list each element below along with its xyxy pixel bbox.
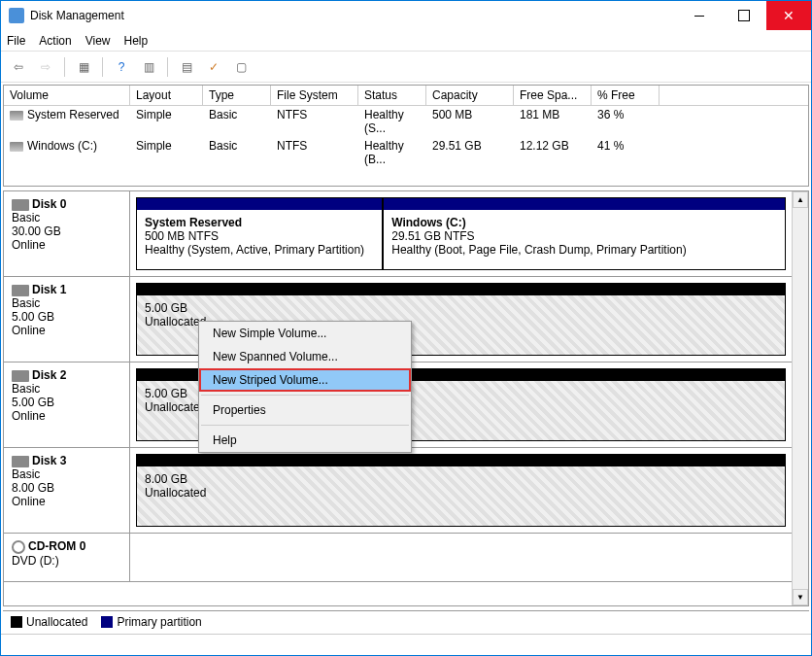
volume-icon <box>10 111 23 121</box>
disk-info[interactable]: Disk 0 Basic 30.00 GB Online <box>4 191 130 276</box>
menu-separator <box>201 395 409 396</box>
disk-row: CD-ROM 0 DVD (D:) <box>4 534 792 582</box>
menu-help[interactable]: Help <box>124 34 149 48</box>
disk-icon <box>12 285 29 296</box>
graphical-view: Disk 0 Basic 30.00 GB Online System Rese… <box>3 190 809 606</box>
toolbar-view-icon[interactable]: ▦ <box>72 56 95 78</box>
cdrom-icon <box>12 540 25 554</box>
menu-properties[interactable]: Properties <box>199 398 411 422</box>
col-filesystem[interactable]: File System <box>271 86 358 105</box>
disk-management-window: Disk Management File Action View Help ⇦ … <box>0 0 812 656</box>
toolbar: ⇦ ⇨ ▦ ? ▥ ▤ ✓ ▢ <box>1 52 811 83</box>
col-freespace[interactable]: Free Spa... <box>514 86 592 105</box>
menu-action[interactable]: Action <box>39 34 71 48</box>
partition[interactable]: System Reserved 500 MB NTFS Healthy (Sys… <box>136 197 383 270</box>
scrollbar[interactable]: ▲ ▼ <box>792 191 808 605</box>
forward-button[interactable]: ⇨ <box>34 56 57 78</box>
disk-icon <box>12 370 29 382</box>
col-type[interactable]: Type <box>203 86 271 105</box>
partition-bar <box>384 198 785 210</box>
disk-row: Disk 3 Basic 8.00 GB Online 8.00 GB Unal… <box>4 448 792 534</box>
disk-info[interactable]: CD-ROM 0 DVD (D:) <box>4 534 130 581</box>
menubar: File Action View Help <box>1 30 811 52</box>
col-layout[interactable]: Layout <box>130 86 203 105</box>
partition-bar <box>137 198 382 210</box>
col-status[interactable]: Status <box>358 86 426 105</box>
scroll-up-icon[interactable]: ▲ <box>793 191 808 208</box>
toolbar-icon[interactable]: ▥ <box>137 56 160 78</box>
partition-unallocated[interactable]: 8.00 GB Unallocated <box>136 454 786 527</box>
toolbar-icon[interactable]: ▤ <box>175 56 198 78</box>
partition-bar <box>137 284 785 295</box>
menu-help[interactable]: Help <box>199 429 411 452</box>
menu-separator <box>201 425 409 426</box>
partition[interactable]: Windows (C:) 29.51 GB NTFS Healthy (Boot… <box>383 197 786 270</box>
legend-swatch-primary <box>101 616 113 628</box>
list-header: Volume Layout Type File System Status Ca… <box>4 86 808 106</box>
volume-list[interactable]: Volume Layout Type File System Status Ca… <box>3 85 809 187</box>
minimize-button[interactable] <box>677 1 722 30</box>
col-volume[interactable]: Volume <box>4 86 130 105</box>
volume-icon <box>10 142 23 152</box>
menu-new-spanned-volume[interactable]: New Spanned Volume... <box>199 345 411 368</box>
window-controls <box>677 1 811 30</box>
disk-info[interactable]: Disk 1 Basic 5.00 GB Online <box>4 277 130 362</box>
close-button[interactable] <box>766 1 811 30</box>
app-icon <box>9 8 24 23</box>
col-pctfree[interactable]: % Free <box>592 86 660 105</box>
list-row[interactable]: Windows (C:) Simple Basic NTFS Healthy (… <box>4 137 808 168</box>
disk-icon <box>12 199 29 211</box>
partition-bar <box>137 455 785 466</box>
toolbar-icon[interactable]: ▢ <box>229 56 253 78</box>
legend: Unallocated Primary partition <box>3 610 809 632</box>
scroll-down-icon[interactable]: ▼ <box>793 589 808 605</box>
toolbar-check-icon[interactable]: ✓ <box>202 56 225 78</box>
window-title: Disk Management <box>30 9 677 22</box>
disk-icon <box>12 456 29 467</box>
back-button[interactable]: ⇦ <box>7 56 30 78</box>
titlebar[interactable]: Disk Management <box>1 1 811 30</box>
menu-new-striped-volume[interactable]: New Striped Volume... <box>199 368 411 392</box>
menu-view[interactable]: View <box>85 34 111 48</box>
col-capacity[interactable]: Capacity <box>426 86 514 105</box>
legend-swatch-unallocated <box>11 616 22 628</box>
menu-new-simple-volume[interactable]: New Simple Volume... <box>199 322 411 345</box>
help-icon[interactable]: ? <box>110 56 133 78</box>
disk-info[interactable]: Disk 2 Basic 5.00 GB Online <box>4 363 130 447</box>
list-row[interactable]: System Reserved Simple Basic NTFS Health… <box>4 106 808 137</box>
context-menu: New Simple Volume... New Spanned Volume.… <box>198 321 412 453</box>
statusbar <box>1 634 811 655</box>
disk-row: Disk 0 Basic 30.00 GB Online System Rese… <box>4 191 792 277</box>
disk-info[interactable]: Disk 3 Basic 8.00 GB Online <box>4 448 130 533</box>
menu-file[interactable]: File <box>7 34 25 48</box>
maximize-button[interactable] <box>722 1 766 30</box>
